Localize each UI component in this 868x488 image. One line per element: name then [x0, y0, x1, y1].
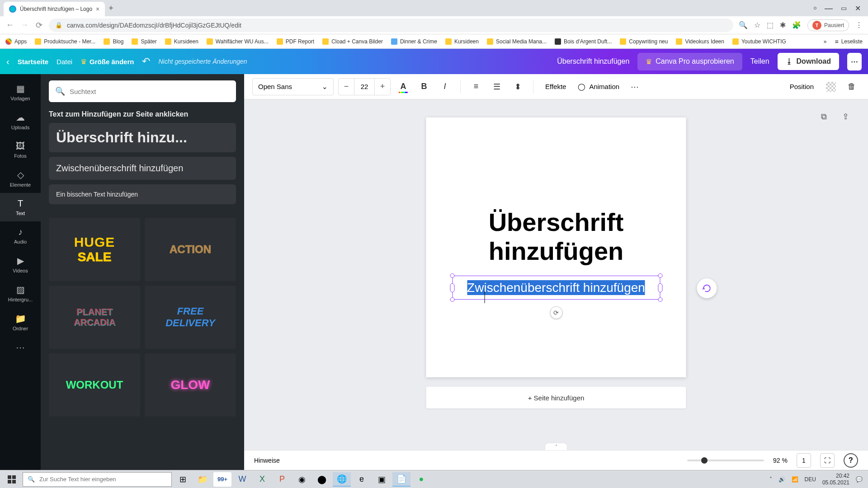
- taskbar-app-mail[interactable]: 99+: [213, 472, 231, 487]
- minimize-icon[interactable]: ―: [825, 4, 833, 13]
- font-combo[interactable]: FREE DELIVERY: [145, 286, 236, 349]
- profile-chip[interactable]: T Pausiert: [807, 19, 849, 31]
- heading-text-element[interactable]: Überschrift hinzufügen: [452, 208, 660, 266]
- task-view-icon[interactable]: ⊞: [174, 472, 192, 487]
- resize-handle[interactable]: [450, 283, 454, 292]
- font-combo[interactable]: HUGE SALE: [49, 218, 140, 281]
- bookmark-item[interactable]: Dinner & Crime: [391, 38, 437, 45]
- add-heading-card[interactable]: Überschrift hinzu...: [49, 123, 236, 152]
- browser-tab[interactable]: Überschrift hinzufügen – Logo ×: [4, 2, 105, 16]
- search-box[interactable]: 🔍: [49, 80, 236, 102]
- zoom-icon[interactable]: 🔍: [739, 21, 748, 29]
- system-tray[interactable]: ˄ 🔊 📶 DEU 20:42 05.05.2021 💬: [769, 473, 865, 486]
- fullscreen-icon[interactable]: ⛶: [820, 453, 835, 468]
- chrome-menu-icon[interactable]: ⋮: [855, 21, 863, 29]
- new-tab-button[interactable]: +: [108, 4, 113, 13]
- taskbar-app-excel[interactable]: X: [253, 472, 271, 487]
- start-button[interactable]: [3, 472, 21, 487]
- search-input[interactable]: [70, 88, 230, 95]
- tray-notifications-icon[interactable]: 💬: [856, 476, 863, 483]
- rail-templates[interactable]: ▦Vorlagen: [0, 78, 41, 107]
- rotate-handle-icon[interactable]: ⟳: [550, 306, 562, 319]
- home-back-icon[interactable]: ‹: [6, 56, 9, 67]
- bookmark-item[interactable]: Kursideen: [445, 38, 479, 45]
- help-icon[interactable]: ?: [844, 453, 858, 468]
- add-body-card[interactable]: Ein bisschen Text hinzufügen: [49, 184, 236, 204]
- home-link[interactable]: Startseite: [18, 58, 48, 66]
- spacing-icon[interactable]: ⬍: [509, 79, 526, 95]
- subheading-selection-box[interactable]: Zwischenüberschrift hinzufügen ⟳: [452, 276, 660, 300]
- share-button[interactable]: Teilen: [750, 57, 769, 66]
- tray-chevron-icon[interactable]: ˄: [769, 476, 772, 483]
- taskbar-app-edge[interactable]: e: [353, 472, 371, 487]
- animation-button[interactable]: ◯ Animation: [575, 83, 622, 91]
- ext1-icon[interactable]: ⬚: [767, 21, 774, 29]
- text-color-icon[interactable]: A: [395, 79, 411, 95]
- page-count-badge[interactable]: 1: [797, 453, 811, 468]
- extensions-icon[interactable]: 🧩: [792, 21, 801, 29]
- canvas-area[interactable]: ⧉ ⇪ Überschrift hinzufügen Zwischenübers…: [244, 99, 868, 470]
- effects-button[interactable]: Effekte: [541, 83, 571, 90]
- zoom-knob[interactable]: [701, 457, 708, 464]
- page-strip-toggle[interactable]: ˄: [545, 443, 567, 450]
- rail-text[interactable]: TText: [0, 193, 41, 221]
- reload-icon[interactable]: ⟳: [34, 20, 43, 30]
- resize-menu[interactable]: ♛ Größe ändern: [80, 57, 134, 66]
- bookmark-item[interactable]: Bois d'Argent Duft...: [555, 38, 612, 45]
- resize-handle[interactable]: [658, 273, 662, 278]
- font-combo[interactable]: GLOW: [145, 353, 236, 417]
- bookmark-item[interactable]: Videokurs Ideen: [676, 38, 724, 45]
- ext2-icon[interactable]: ✱: [780, 21, 786, 29]
- list-icon[interactable]: ☰: [489, 79, 505, 95]
- font-combo[interactable]: PLANET ARCADIA: [49, 286, 140, 349]
- bookmark-item[interactable]: Produktsuche - Mer...: [35, 38, 95, 45]
- add-subheading-card[interactable]: Zwischenüberschrift hinzufügen: [49, 157, 236, 180]
- resize-handle[interactable]: [450, 297, 454, 302]
- rail-elements[interactable]: ◇Elemente: [0, 164, 41, 193]
- bookmark-item[interactable]: Social Media Mana...: [487, 38, 547, 45]
- bookmark-item[interactable]: Blog: [104, 38, 123, 45]
- download-button[interactable]: ⭳ Download: [778, 53, 839, 70]
- share-page-icon[interactable]: ⇪: [837, 108, 854, 125]
- font-combo[interactable]: WORKOUT: [49, 353, 140, 417]
- resize-handle[interactable]: [658, 283, 662, 292]
- bookmark-apps[interactable]: Apps: [5, 38, 27, 45]
- bookmark-overflow[interactable]: »: [824, 38, 827, 45]
- back-icon[interactable]: ←: [5, 20, 14, 30]
- rail-background[interactable]: ▨Hintergru...: [0, 279, 41, 308]
- delete-icon[interactable]: 🗑: [844, 79, 860, 95]
- tray-lang[interactable]: DEU: [805, 476, 816, 483]
- rail-more[interactable]: ⋯: [0, 337, 41, 358]
- resize-handle[interactable]: [450, 273, 454, 278]
- close-window-icon[interactable]: ✕: [855, 4, 861, 13]
- bookmark-readlist[interactable]: ≡Leseliste: [835, 38, 863, 45]
- tray-wifi-icon[interactable]: 📶: [792, 476, 798, 483]
- taskbar-app-explorer[interactable]: 📁: [193, 472, 212, 487]
- taskbar-app-notepad[interactable]: 📄: [392, 472, 410, 487]
- taskbar-app-generic2[interactable]: ▣: [373, 472, 391, 487]
- subheading-text-element[interactable]: Zwischenüberschrift hinzufügen: [453, 276, 660, 299]
- tray-volume-icon[interactable]: 🔊: [778, 476, 785, 483]
- account-dot-icon[interactable]: [814, 7, 816, 9]
- italic-icon[interactable]: I: [437, 79, 453, 95]
- bookmark-item[interactable]: Kursideen: [165, 38, 198, 45]
- bookmark-item[interactable]: Youtube WICHTIG: [732, 38, 786, 45]
- rail-photos[interactable]: 🖼Fotos: [0, 136, 41, 164]
- font-size-increase[interactable]: +: [375, 82, 390, 91]
- taskbar-app-obs[interactable]: ⬤: [313, 472, 331, 487]
- more-menu-icon[interactable]: ⋯: [847, 53, 862, 70]
- rail-audio[interactable]: ♪Audio: [0, 221, 41, 250]
- bookmark-item[interactable]: Cload + Canva Bilder: [322, 38, 383, 45]
- quick-action-fab[interactable]: [697, 278, 717, 298]
- document-title[interactable]: Überschrift hinzufügen: [557, 57, 629, 66]
- bookmark-item[interactable]: Später: [132, 38, 156, 45]
- undo-icon[interactable]: ↶: [142, 56, 150, 67]
- taskbar-app-chrome[interactable]: 🌐: [333, 472, 351, 487]
- toolbar-more-icon[interactable]: ⋯: [627, 79, 643, 95]
- bookmark-item[interactable]: PDF Report: [277, 38, 314, 45]
- taskbar-search[interactable]: 🔍 Zur Suche Text hier eingeben: [23, 472, 172, 487]
- zoom-slider[interactable]: [687, 460, 764, 461]
- tray-datetime[interactable]: 20:42 05.05.2021: [822, 473, 849, 486]
- address-bar[interactable]: 🔒 canva.com/design/DAEdomzscjI/drBfjHdCo…: [49, 19, 733, 32]
- taskbar-app-word[interactable]: W: [233, 472, 251, 487]
